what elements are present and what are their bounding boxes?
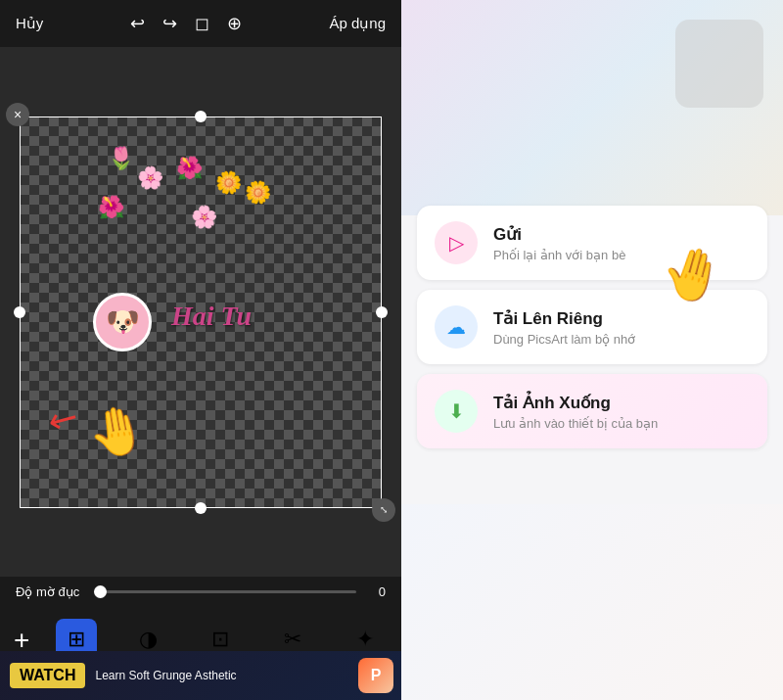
flower-3: 🌼 [215, 170, 242, 196]
top-bar-right: Áp dụng [329, 15, 386, 32]
tai-xuong-subtitle: Lưu ảnh vào thiết bị của bạn [493, 416, 658, 431]
handle-left[interactable] [14, 306, 25, 318]
tai-len-icon: ☁ [435, 305, 478, 349]
redo-icon[interactable]: ↪ [162, 13, 177, 34]
ad-banner[interactable]: WATCH Learn Soft Grunge Asthetic P [0, 651, 401, 700]
slider-thumb[interactable] [94, 585, 107, 598]
ad-logo: P [358, 658, 393, 693]
scale-handle[interactable]: ⤡ [372, 498, 395, 522]
bottom-toolbar: + ⊞ Độ mờ đục ◑ Hòa trộn ⊡ Cắt xén ✂ Cắt… [0, 607, 401, 700]
tai-xuong-text: Tải Ảnh Xuống Lưu ảnh vào thiết bị của b… [493, 393, 658, 431]
canvas-container: × ⤡ 🌸 🌺 🌼 🌷 🌺 🌼 🌸 🐶 Hai Tu [20, 117, 382, 508]
character-circle: 🐶 [93, 293, 152, 351]
opacity-value: 0 [366, 584, 386, 599]
tai-xuong-icon: ⬇ [435, 390, 478, 433]
flower-5: 🌺 [98, 195, 124, 220]
cat-bo-icon: ✂ [284, 627, 301, 652]
canvas-wrapper: × ⤡ 🌸 🌺 🌼 🌷 🌺 🌼 🌸 🐶 Hai Tu [0, 47, 401, 577]
hoa-tron-icon: ◑ [139, 627, 158, 652]
ad-learn-label: Learn Soft Grunge Asthetic [95, 669, 358, 682]
canvas-text: Hai Tu [171, 301, 252, 332]
blur-circle [675, 20, 763, 108]
top-bar-icons: ↩ ↪ ◻ ⊕ [130, 13, 242, 34]
cat-xen-icon: ⊡ [211, 627, 229, 652]
do-mo-duc-icon: ⊞ [68, 627, 85, 652]
flower-4: 🌷 [108, 146, 134, 171]
canvas-inner: 🌸 🌺 🌼 🌷 🌺 🌼 🌸 🐶 Hai Tu [20, 117, 382, 508]
handle-right[interactable] [376, 306, 388, 318]
flower-1: 🌸 [137, 165, 163, 191]
gui-title: Gửi [493, 224, 625, 245]
gui-icon: ▷ [435, 221, 478, 264]
menu-item-tai-xuong[interactable]: ⬇ Tải Ảnh Xuống Lưu ảnh vào thiết bị của… [417, 374, 767, 448]
flower-7: 🌸 [191, 205, 217, 230]
menu-item-tai-len[interactable]: ☁ Tải Lên Riêng Dùng PicsArt làm bộ nhớ [417, 290, 767, 364]
opacity-slider[interactable] [94, 590, 356, 593]
handle-top[interactable] [195, 111, 207, 122]
tai-xuong-title: Tải Ảnh Xuống [493, 393, 658, 413]
gui-subtitle: Phối lại ảnh với bạn bè [493, 248, 625, 262]
right-panel: 🤚 ▷ Gửi Phối lại ảnh với bạn bè ☁ Tải Lê… [401, 0, 783, 700]
hieu-icon: ✦ [356, 627, 374, 652]
tai-len-text: Tải Lên Riêng Dùng PicsArt làm bộ nhớ [493, 308, 635, 347]
tai-len-subtitle: Dùng PicsArt làm bộ nhớ [493, 332, 635, 347]
menu-item-gui[interactable]: ▷ Gửi Phối lại ảnh với bạn bè [417, 206, 767, 280]
cancel-button[interactable]: Hủy [16, 15, 43, 32]
opacity-bar: Độ mờ đục 0 [0, 577, 401, 607]
menu-list: ▷ Gửi Phối lại ảnh với bạn bè ☁ Tải Lên … [401, 196, 783, 700]
gui-text: Gửi Phối lại ảnh với bạn bè [493, 224, 625, 262]
left-panel: Hủy ↩ ↪ ◻ ⊕ Áp dụng × ⤡ 🌸 🌺 🌼 [0, 0, 401, 700]
apply-button[interactable]: Áp dụng [329, 15, 386, 32]
ad-watch-label: WATCH [10, 663, 85, 688]
flower-2: 🌺 [176, 156, 203, 181]
layers-icon[interactable]: ⊕ [227, 13, 242, 34]
top-bar: Hủy ↩ ↪ ◻ ⊕ Áp dụng [0, 0, 401, 47]
tai-len-title: Tải Lên Riêng [493, 308, 635, 329]
opacity-label: Độ mờ đục [16, 584, 84, 599]
top-bar-left: Hủy [16, 15, 43, 32]
handle-bottom[interactable] [195, 502, 207, 514]
flower-6: 🌼 [245, 180, 271, 206]
undo-icon[interactable]: ↩ [130, 13, 145, 34]
close-handle[interactable]: × [6, 103, 29, 126]
erase-icon[interactable]: ◻ [195, 13, 209, 34]
